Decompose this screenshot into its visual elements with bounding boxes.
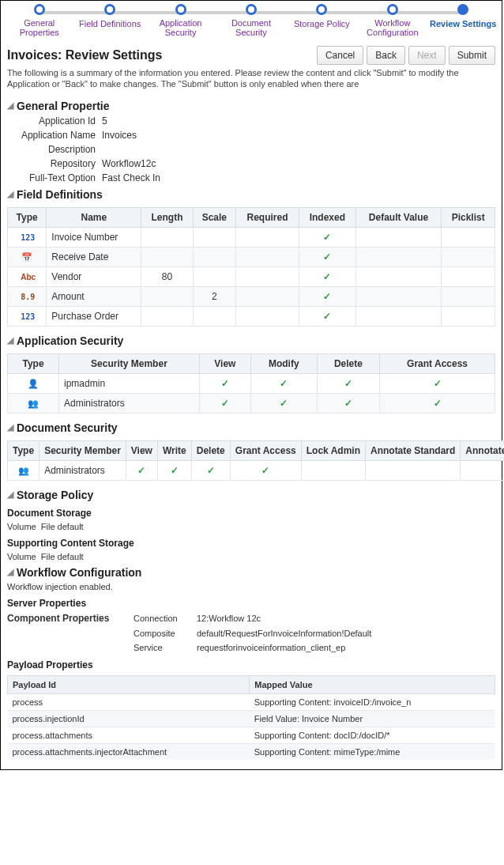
section-document-security[interactable]: ◢ Document Security	[1, 418, 502, 436]
column-header: Delete	[317, 353, 379, 373]
property-value: 5	[102, 115, 495, 127]
field-name: Purchase Order	[47, 306, 141, 326]
column-header: Default Value	[355, 207, 442, 227]
field-name: Amount	[47, 286, 141, 306]
table-row: 📅Receive Date✓	[8, 247, 495, 266]
section-title: Application Security	[17, 334, 123, 347]
payload-properties-header: Payload Properties	[1, 655, 502, 672]
cancel-button[interactable]: Cancel	[317, 46, 363, 65]
wizard-step-label: Document Security	[216, 18, 286, 37]
check-icon: ✓	[323, 232, 331, 243]
column-header: Scale	[193, 207, 236, 227]
column-header: Name	[47, 207, 141, 227]
disclosure-icon: ◢	[7, 567, 13, 577]
column-header: Picklist	[442, 207, 495, 227]
column-header: Security Member	[59, 353, 200, 373]
submit-button[interactable]: Submit	[449, 46, 495, 65]
field-scale	[193, 247, 236, 266]
next-button: Next	[408, 46, 446, 65]
check-icon: ✓	[323, 271, 331, 282]
section-application-security[interactable]: ◢ Application Security	[1, 331, 502, 349]
section-field-definitions[interactable]: ◢ Field Definitions	[1, 185, 502, 202]
table-row: 8.9Amount2✓	[8, 286, 495, 306]
column-header: View	[199, 353, 250, 373]
component-key: Connection	[134, 614, 197, 623]
wizard-step[interactable]: Workflow Configuration	[357, 4, 427, 38]
check-icon: ✓	[434, 378, 442, 389]
property-label: Application Name	[7, 130, 102, 141]
payload-id: process.attachments	[8, 727, 250, 743]
section-workflow-configuration[interactable]: ◢ Workflow Configuration	[1, 563, 502, 580]
mapped-value: Supporting Content: docID:/docID/*	[250, 727, 495, 743]
field-name: Vendor	[47, 266, 141, 286]
component-property-row: Component PropertiesConnection12:Workflo…	[1, 610, 502, 626]
column-header: Write	[157, 440, 191, 460]
check-icon: ✓	[137, 465, 145, 476]
section-title: General Propertie	[17, 100, 110, 112]
field-default	[355, 247, 442, 266]
component-property-row: Servicerequestforinvoiceinformation_clie…	[1, 640, 502, 655]
field-default	[355, 306, 442, 326]
property-label: Full-Text Option	[7, 172, 102, 183]
check-icon: ✓	[207, 465, 215, 476]
column-header: Annotate Restricted	[461, 440, 504, 460]
mapped-value: Supporting Content: invoiceID:/invoice_n	[250, 693, 495, 710]
field-scale: 2	[193, 286, 236, 306]
property-row: Full-Text OptionFast Check In	[1, 171, 502, 185]
property-label: Repository	[7, 158, 102, 169]
supporting-storage-volume: Volume File default	[1, 550, 502, 563]
wizard-step-label: Workflow Configuration	[357, 18, 427, 37]
table-row: process.attachments.injectorAttachmentSu…	[8, 743, 495, 760]
table-row: processSupporting Content: invoiceID:/in…	[8, 693, 495, 710]
wizard-step[interactable]: Storage Policy	[287, 4, 357, 29]
back-button[interactable]: Back	[367, 46, 405, 65]
component-properties-label: Component Properties	[7, 613, 134, 624]
check-icon: ✓	[434, 398, 442, 409]
wizard-train: General PropertiesField DefinitionsAppli…	[1, 1, 502, 38]
intro-text: The following is a summary of the inform…	[1, 65, 502, 96]
wizard-step[interactable]: Application Security	[145, 4, 216, 38]
column-header: Grant Access	[230, 440, 301, 460]
section-general-properties[interactable]: ◢ General Propertie	[1, 96, 502, 114]
payload-properties-table: Payload IdMapped ValueprocessSupporting …	[7, 675, 495, 760]
column-header: Delete	[191, 440, 230, 460]
table-row: process.attachmentsSupporting Content: d…	[8, 727, 495, 743]
field-scale	[193, 306, 236, 326]
column-header: Modify	[250, 353, 317, 373]
wizard-step-circle-icon	[387, 4, 398, 15]
disclosure-icon: ◢	[7, 335, 13, 346]
component-value: default/RequestForInvoiceInformation!Def…	[197, 629, 495, 638]
field-scale	[193, 266, 236, 286]
table-row: process.injectionIdField Value: Invoice …	[8, 710, 495, 727]
application-security-table: TypeSecurity MemberViewModifyDeleteGrant…	[7, 353, 495, 414]
security-member: Administrators	[39, 460, 126, 480]
column-header: Required	[236, 207, 299, 227]
wizard-step-circle-icon	[457, 4, 468, 15]
column-header: View	[126, 440, 157, 460]
property-row: Application Id5	[1, 114, 502, 128]
section-title: Storage Policy	[17, 489, 93, 501]
column-header: Indexed	[299, 207, 355, 227]
check-icon: ✓	[344, 378, 352, 389]
field-length: 80	[141, 266, 193, 286]
wizard-step[interactable]: Field Definitions	[74, 4, 145, 29]
field-length	[141, 286, 193, 306]
column-header: Annotate Standard	[365, 440, 460, 460]
property-value: Fast Check In	[102, 172, 495, 183]
wizard-step[interactable]: General Properties	[4, 4, 74, 38]
user-icon: 👤	[27, 379, 39, 389]
wizard-step-circle-icon	[175, 4, 186, 15]
check-icon: ✓	[344, 398, 352, 409]
check-icon: ✓	[171, 465, 179, 476]
property-row: RepositoryWorkflow12c	[1, 157, 502, 171]
property-value	[102, 144, 495, 155]
disclosure-icon: ◢	[7, 100, 13, 111]
column-header: Lock Admin	[301, 440, 365, 460]
component-value: requestforinvoiceinformation_client_ep	[197, 643, 495, 652]
wizard-step[interactable]: Document Security	[216, 4, 286, 38]
wizard-step-circle-icon	[34, 4, 45, 15]
disclosure-icon: ◢	[7, 489, 13, 500]
section-storage-policy[interactable]: ◢ Storage Policy	[1, 485, 502, 503]
wizard-step[interactable]: Review Settings	[428, 4, 498, 29]
decimal-type-icon: 8.9	[21, 293, 33, 301]
